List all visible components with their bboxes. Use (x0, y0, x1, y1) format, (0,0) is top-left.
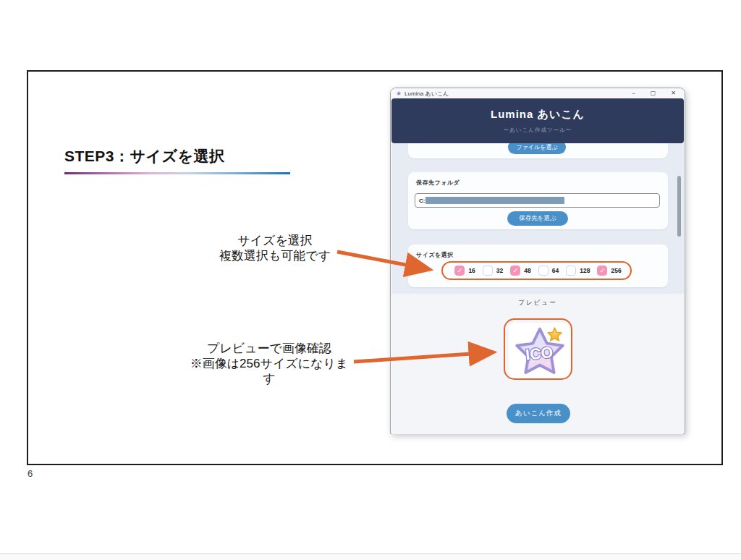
annotation-size-note: サイズを選択 複数選択も可能です (199, 233, 351, 263)
window-title: Lumina あいこん (405, 90, 449, 98)
file-picker-card: ファイルを選ぶ (408, 143, 668, 158)
create-icon-button[interactable]: あいこん作成 (507, 404, 570, 423)
folder-path-input[interactable]: C: (415, 193, 660, 208)
annotation-preview-line2: ※画像は256サイズになります (187, 356, 352, 386)
window-titlebar[interactable]: ★ Lumina あいこん – ▢ ✕ (391, 88, 685, 98)
minimize-button[interactable]: – (632, 88, 635, 98)
slide-title: STEP3：サイズを選択 (64, 146, 225, 166)
title-underline (64, 172, 290, 174)
annotation-size-line1: サイズを選択 (199, 233, 351, 248)
annotation-size-line2: 複数選択も可能です (199, 248, 351, 263)
redacted-path-bar (425, 197, 564, 204)
maximize-button[interactable]: ▢ (651, 88, 656, 98)
page-number: 6 (27, 468, 33, 479)
window-controls: – ▢ ✕ (632, 88, 679, 98)
annotation-preview-line1: プレビューで画像確認 (187, 341, 352, 356)
save-folder-label: 保存先フォルダ (416, 179, 460, 187)
app-header-subtitle: 〜あいこん作成ツール〜 (391, 122, 684, 134)
scrollbar-thumb[interactable] (677, 176, 681, 237)
close-button[interactable]: ✕ (671, 88, 676, 98)
choose-folder-button[interactable]: 保存先を選ぶ (507, 211, 568, 226)
folder-path-value: C: (419, 198, 425, 204)
app-header: Lumina あいこん 〜あいこん作成ツール〜 (391, 98, 684, 143)
highlight-preview-box (504, 318, 572, 380)
save-folder-card: 保存先フォルダ C: 保存先を選ぶ (408, 172, 668, 229)
size-select-label: サイズを選択 (416, 251, 454, 259)
highlight-size-box (441, 261, 632, 280)
app-header-title: Lumina あいこん (391, 98, 684, 122)
choose-file-button[interactable]: ファイルを選ぶ (508, 143, 566, 154)
scrollbar[interactable] (677, 146, 681, 291)
preview-label: プレビュー (391, 294, 684, 307)
canvas-bottom-line (0, 553, 741, 560)
annotation-preview-note: プレビューで画像確認 ※画像は256サイズになります (187, 341, 352, 386)
app-star-icon: ★ (396, 90, 402, 97)
